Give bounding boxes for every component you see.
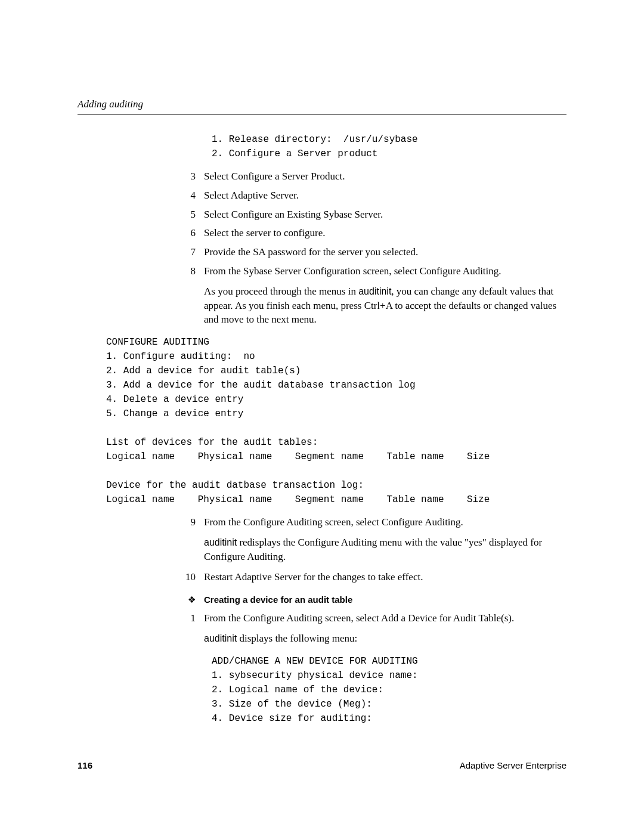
step-number: 7 [179,245,204,259]
auditinit-term: auditinit [204,633,237,643]
subheading-marker: ❖ [179,594,204,605]
para2-mid: redisplays the Configure Auditing menu w… [204,537,542,562]
step-text: Provide the SA password for the server y… [204,245,566,259]
step-item: 6 Select the server to configure. [179,226,566,240]
step-text: From the Sybase Server Configuration scr… [204,264,566,278]
code-block-2: CONFIGURE AUDITING 1. Configure auditing… [106,335,566,507]
step-text: Select the server to configure. [204,226,566,240]
step-number: 5 [179,208,204,222]
footer-product: Adaptive Server Enterprise [460,760,566,770]
step-list-b: 9 From the Configure Auditing screen, se… [78,515,566,529]
step-number: 6 [179,226,204,240]
step-number: 9 [179,515,204,529]
step-number: 4 [179,188,204,203]
code-block-3: ADD/CHANGE A NEW DEVICE FOR AUDITING 1. … [212,654,566,726]
step-number: 3 [179,169,204,184]
page-number: 116 [78,760,92,770]
para3-post: displays the following menu: [237,633,357,644]
paragraph-2: auditinit redisplays the Configure Audit… [204,535,566,564]
step-item: 8 From the Sybase Server Configuration s… [179,264,566,278]
auditinit-term: auditinit [358,286,391,296]
step-item: 1 From the Configure Auditing screen, se… [179,611,566,625]
step-number: 8 [179,264,204,278]
step-list-c: 10 Restart Adaptive Server for the chang… [78,570,566,584]
auditinit-term: auditinit [204,537,237,547]
step-item: 3 Select Configure a Server Product. [179,169,566,184]
step-number: 10 [179,570,204,584]
step-item: 10 Restart Adaptive Server for the chang… [179,570,566,584]
document-page: Adding auditing 1. Release directory: /u… [0,0,644,726]
para1-pre: As you proceed through the menus in [204,286,358,297]
step-text: Select Adaptive Server. [204,188,566,203]
paragraph-1: As you proceed through the menus in audi… [204,284,566,327]
step-number: 1 [179,611,204,625]
subheading-row: ❖ Creating a device for an audit table [179,594,566,605]
step-text: From the Configure Auditing screen, sele… [204,611,566,625]
code-block-1: 1. Release directory: /usr/u/sybase 2. C… [212,132,566,161]
header-rule [78,114,566,114]
step-item: 5 Select Configure an Existing Sybase Se… [179,208,566,222]
step-item: 7 Provide the SA password for the server… [179,245,566,259]
step-item: 4 Select Adaptive Server. [179,188,566,203]
step-list-a: 3 Select Configure a Server Product. 4 S… [78,169,566,278]
paragraph-3: auditinit displays the following menu: [204,631,566,646]
step-text: Restart Adaptive Server for the changes … [204,570,566,584]
step-text: From the Configure Auditing screen, sele… [204,515,566,529]
step-list-d: 1 From the Configure Auditing screen, se… [78,611,566,625]
subheading-text: Creating a device for an audit table [204,594,352,605]
page-footer: 116 Adaptive Server Enterprise [78,760,566,770]
running-header: Adding auditing [78,98,566,110]
step-item: 9 From the Configure Auditing screen, se… [179,515,566,529]
step-text: Select Configure an Existing Sybase Serv… [204,208,566,222]
step-text: Select Configure a Server Product. [204,169,566,184]
